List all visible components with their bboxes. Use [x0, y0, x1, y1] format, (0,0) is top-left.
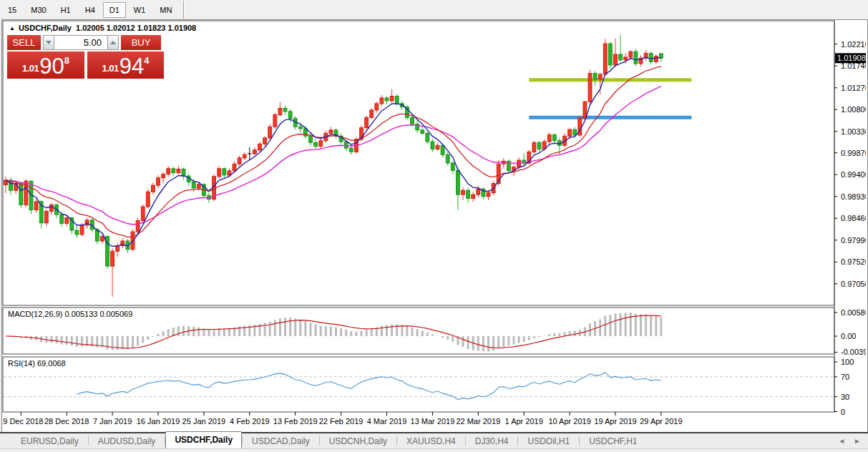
date-axis-label: 19 Apr 2019 — [594, 417, 636, 426]
price-axis-label: 0.98460 — [841, 214, 866, 222]
one-click-trade-panel: SELL 5.00 BUY 1.01 90 8 1.01 94 4 — [7, 35, 164, 79]
triangle-up-icon — [110, 41, 116, 44]
macd-axis-label: -0.003945 — [841, 348, 866, 356]
macd-signal-line — [6, 315, 661, 348]
price-axis-label: 0.97990 — [841, 236, 866, 245]
date-axis-label: 13 Mar 2019 — [411, 417, 455, 426]
chart-tab-bar: EURUSD,DailyAUDUSD,DailyUSDCHF,DailyUSDC… — [0, 432, 868, 448]
date-axis-label: 7 Jan 2019 — [93, 417, 132, 426]
rsi-axis-label: 30 — [841, 393, 849, 401]
rsi-current-value: 69.0068 — [37, 359, 66, 368]
chart-symbol-label: USDCHF,Daily — [19, 24, 72, 32]
macd-indicator-label: MACD(12,26,9) 0.005133 0.005069 — [8, 310, 132, 318]
collapse-triangle-icon[interactable]: ▲ — [9, 25, 15, 31]
sell-button[interactable]: SELL — [7, 35, 41, 50]
current-price-tag: 1.01908 — [835, 53, 866, 63]
ma-slow-line — [6, 87, 661, 225]
chart-tab-usdcad-daily[interactable]: USDCAD,Daily — [243, 434, 319, 448]
bid-big-digits: 90 — [39, 56, 64, 77]
timeframe-button-15[interactable]: 15 — [1, 2, 23, 18]
timeframe-button-w1[interactable]: W1 — [127, 2, 152, 18]
date-axis-label: 22 Mar 2019 — [456, 417, 500, 426]
timeframe-button-h4[interactable]: H4 — [79, 2, 102, 18]
date-axis-label: 10 Apr 2019 — [548, 417, 590, 426]
ma-fast-line — [6, 57, 661, 246]
chart-tab-usdcnh-daily[interactable]: USDCNH,Daily — [320, 434, 396, 448]
macd-axis-label: 0.005805 — [841, 308, 866, 317]
chart-tab-dj30-h4[interactable]: DJ30,H4 — [466, 434, 518, 448]
timeframe-button-m30[interactable]: M30 — [24, 2, 52, 18]
ask-big-digits: 94 — [120, 56, 144, 77]
price-axis-label: 0.99400 — [841, 170, 866, 179]
price-axis-label: 0.99870 — [841, 149, 866, 157]
date-axis: 19 Dec 201828 Dec 20187 Jan 201916 Jan 2… — [2, 412, 683, 426]
price-axis-label: 0.98930 — [841, 192, 866, 201]
timeframe-button-h1[interactable]: H1 — [54, 2, 77, 18]
bid-prefix: 1.01 — [22, 63, 39, 74]
ask-pip-digit: 4 — [144, 55, 149, 66]
timeframe-button-d1[interactable]: D1 — [103, 2, 126, 18]
chart-tab-usdchf-daily[interactable]: USDCHF,Daily — [165, 431, 242, 449]
bid-price-box[interactable]: 1.01 90 8 — [7, 51, 84, 79]
window-bottom-edge — [0, 448, 868, 452]
price-axis-label: 1.00800 — [841, 105, 866, 114]
price-chart[interactable]: 1.022101.017401.012701.008001.003300.998… — [2, 20, 866, 431]
toolbar-separator — [183, 1, 185, 19]
rsi-indicator-label: RSI(14) 69.0068 — [8, 359, 66, 368]
chart-title: ▲USDCHF,Daily 1.02005 1.02012 1.01823 1.… — [9, 24, 196, 32]
ask-price-box[interactable]: 1.01 94 4 — [87, 51, 164, 79]
date-axis-label: 19 Dec 2018 — [2, 417, 43, 426]
date-axis-label: 25 Jan 2019 — [182, 417, 226, 426]
volume-increase-button[interactable] — [107, 35, 119, 50]
pane-frames — [3, 21, 834, 412]
timeframe-toolbar: 15M30H1H4D1W1MN — [0, 0, 868, 19]
date-axis-label: 29 Apr 2019 — [640, 417, 682, 426]
buy-button[interactable]: BUY — [121, 35, 161, 50]
price-axis-label: 0.97520 — [841, 257, 866, 266]
date-axis-label: 13 Feb 2019 — [273, 417, 318, 426]
volume-decrease-button[interactable] — [43, 35, 54, 50]
ask-prefix: 1.01 — [102, 63, 118, 74]
chart-window: 1.022101.017401.012701.008001.003300.998… — [1, 19, 868, 433]
macd-axis-label: 0.00 — [841, 332, 856, 340]
price-axis-label: 1.01270 — [841, 84, 866, 92]
horizontal-level-lines[interactable] — [529, 80, 691, 118]
price-axis-label: 0.97050 — [841, 280, 866, 288]
date-axis-label: 28 Dec 2018 — [44, 417, 89, 426]
date-axis-label: 16 Jan 2019 — [137, 417, 180, 426]
price-axis-label: 1.00330 — [841, 127, 866, 136]
macd-histogram — [10, 313, 663, 351]
bid-pip-digit: 8 — [64, 55, 69, 66]
rsi-axis-label: 100 — [841, 358, 854, 366]
rsi-axis-label: 70 — [841, 373, 849, 381]
rsi-name: RSI(14) — [8, 359, 35, 368]
price-axis-label: 1.02210 — [841, 40, 866, 49]
ma-mid-line — [6, 67, 661, 237]
tabs-scroll-left-icon[interactable]: ◄ — [838, 437, 845, 445]
date-axis-label: 4 Feb 2019 — [230, 417, 270, 426]
chart-tab-audusd-daily[interactable]: AUDUSD,Daily — [89, 434, 165, 448]
chart-ohlc-values: 1.02005 1.02012 1.01823 1.01908 — [76, 24, 196, 32]
price-axis: 1.022101.017401.012701.008001.003300.998… — [834, 21, 866, 416]
rsi-level-lines — [4, 377, 834, 397]
triangle-down-icon — [46, 41, 52, 44]
macd-current-values: 0.005133 0.005069 — [64, 310, 132, 318]
rsi-axis-label: 0 — [841, 408, 845, 416]
chart-tab-eurusd-daily[interactable]: EURUSD,Daily — [11, 434, 88, 448]
date-axis-label: 1 Apr 2019 — [505, 417, 543, 426]
volume-input[interactable]: 5.00 — [54, 35, 107, 50]
chart-tab-usdoil-h1[interactable]: USDOil,H1 — [518, 434, 579, 448]
date-axis-label: 4 Mar 2019 — [367, 417, 407, 426]
chart-tab-usdchf-h1[interactable]: USDCHF,H1 — [580, 434, 646, 448]
macd-name: MACD(12,26,9) — [8, 310, 62, 318]
timeframe-button-mn[interactable]: MN — [153, 2, 178, 18]
chart-tab-xauusd-h4[interactable]: XAUUSD,H4 — [397, 434, 465, 448]
tabs-scroll-right-icon[interactable]: ► — [854, 437, 861, 445]
current-price-value: 1.01908 — [837, 54, 866, 62]
date-axis-label: 22 Feb 2019 — [319, 417, 364, 426]
